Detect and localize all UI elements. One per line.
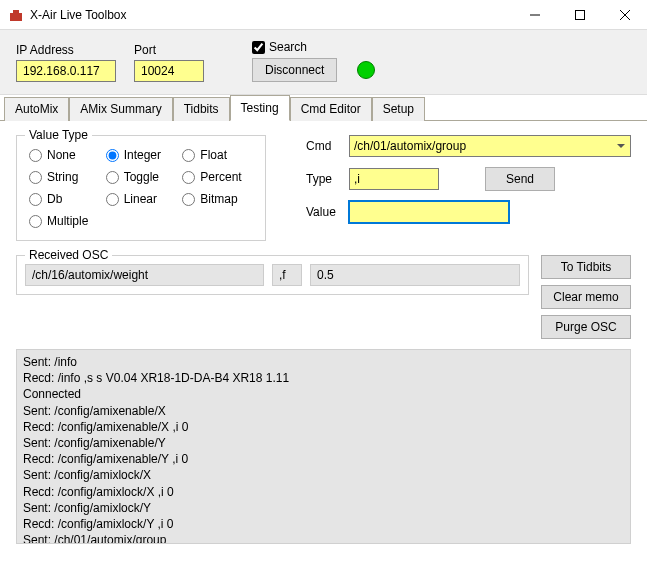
log-line: Sent: /config/amixenable/Y <box>23 435 624 451</box>
received-fields <box>25 264 520 286</box>
port-label: Port <box>134 43 204 57</box>
value-input[interactable] <box>349 201 509 223</box>
cmd-row: Cmd <box>306 135 631 157</box>
log-line: Sent: /config/amixlock/Y <box>23 500 624 516</box>
received-path <box>25 264 264 286</box>
svg-rect-0 <box>10 13 22 21</box>
log-line: Recd: /info ,s s V0.04 XR18-1D-DA-B4 XR1… <box>23 370 624 386</box>
radio-input-integer[interactable] <box>106 149 119 162</box>
search-label: Search <box>269 40 307 54</box>
log-line: Sent: /config/amixlock/X <box>23 467 624 483</box>
radio-input-bitmap[interactable] <box>182 193 195 206</box>
log-line: Recd: /config/amixlock/X ,i 0 <box>23 484 624 500</box>
log-line: Sent: /info <box>23 354 624 370</box>
tab-automix[interactable]: AutoMix <box>4 97 69 121</box>
to-tidbits-button[interactable]: To Tidbits <box>541 255 631 279</box>
svg-rect-3 <box>575 10 584 19</box>
cmd-select-wrap <box>349 135 631 157</box>
radio-none[interactable]: None <box>29 148 100 162</box>
radio-toggle[interactable]: Toggle <box>106 170 177 184</box>
radio-integer[interactable]: Integer <box>106 148 177 162</box>
cmd-panel: Cmd Type Send Value <box>306 135 631 241</box>
radio-db[interactable]: Db <box>29 192 100 206</box>
radio-input-percent[interactable] <box>182 171 195 184</box>
radio-input-string[interactable] <box>29 171 42 184</box>
radio-multiple[interactable]: Multiple <box>29 214 100 228</box>
side-buttons: To Tidbits Clear memo Purge OSC <box>541 255 631 339</box>
disconnect-row: Disconnect <box>252 58 375 82</box>
send-button[interactable]: Send <box>485 167 555 191</box>
radio-input-multiple[interactable] <box>29 215 42 228</box>
type-row: Type Send <box>306 167 631 191</box>
connection-controls: Search Disconnect <box>252 40 375 82</box>
log-line: Sent: /ch/01/automix/group <box>23 532 624 544</box>
tab-testing[interactable]: Testing <box>230 95 290 121</box>
radio-input-none[interactable] <box>29 149 42 162</box>
port-input[interactable] <box>134 60 204 82</box>
close-button[interactable] <box>602 0 647 29</box>
disconnect-button[interactable]: Disconnect <box>252 58 337 82</box>
received-title: Received OSC <box>25 248 112 262</box>
tab-setup[interactable]: Setup <box>372 97 425 121</box>
titlebar: X-Air Live Toolbox <box>0 0 647 30</box>
value-type-group: Value Type NoneIntegerFloatStringToggleP… <box>16 135 266 241</box>
radio-input-toggle[interactable] <box>106 171 119 184</box>
value-type-radio-grid: NoneIntegerFloatStringTogglePercentDbLin… <box>29 148 253 228</box>
testing-row-1: Value Type NoneIntegerFloatStringToggleP… <box>16 135 631 241</box>
received-group: Received OSC <box>16 255 529 295</box>
search-row: Search <box>252 40 375 54</box>
type-label: Type <box>306 172 341 186</box>
ip-label: IP Address <box>16 43 116 57</box>
log-line: Recd: /config/amixenable/X ,i 0 <box>23 419 624 435</box>
received-value <box>310 264 520 286</box>
tab-tidbits[interactable]: Tidbits <box>173 97 230 121</box>
clear-memo-button[interactable]: Clear memo <box>541 285 631 309</box>
tab-content-testing: Value Type NoneIntegerFloatStringToggleP… <box>0 120 647 558</box>
value-row: Value <box>306 201 631 223</box>
value-type-title: Value Type <box>25 128 92 142</box>
log-memo[interactable]: Sent: /infoRecd: /info ,s s V0.04 XR18-1… <box>16 349 631 544</box>
radio-float[interactable]: Float <box>182 148 253 162</box>
radio-input-linear[interactable] <box>106 193 119 206</box>
radio-percent[interactable]: Percent <box>182 170 253 184</box>
cmd-combobox[interactable] <box>349 135 631 157</box>
radio-linear[interactable]: Linear <box>106 192 177 206</box>
log-line: Recd: /config/amixenable/Y ,i 0 <box>23 451 624 467</box>
maximize-button[interactable] <box>557 0 602 29</box>
tab-amix-summary[interactable]: AMix Summary <box>69 97 172 121</box>
window-title: X-Air Live Toolbox <box>30 8 512 22</box>
radio-input-float[interactable] <box>182 149 195 162</box>
type-input[interactable] <box>349 168 439 190</box>
cmd-label: Cmd <box>306 139 341 153</box>
received-type <box>272 264 302 286</box>
received-left: Received OSC <box>16 255 529 339</box>
connection-panel: IP Address Port Search Disconnect <box>0 30 647 95</box>
minimize-button[interactable] <box>512 0 557 29</box>
app-icon <box>8 7 24 23</box>
radio-bitmap[interactable]: Bitmap <box>182 192 253 206</box>
log-line: Connected <box>23 386 624 402</box>
purge-osc-button[interactable]: Purge OSC <box>541 315 631 339</box>
status-indicator-icon <box>357 61 375 79</box>
received-section: Received OSC To Tidbits Clear memo Purge… <box>16 255 631 339</box>
ip-input[interactable] <box>16 60 116 82</box>
search-checkbox[interactable] <box>252 41 265 54</box>
port-field-group: Port <box>134 43 204 82</box>
value-label: Value <box>306 205 341 219</box>
radio-string[interactable]: String <box>29 170 100 184</box>
log-line: Sent: /config/amixenable/X <box>23 403 624 419</box>
log-line: Recd: /config/amixlock/Y ,i 0 <box>23 516 624 532</box>
svg-rect-1 <box>13 10 19 13</box>
ip-field-group: IP Address <box>16 43 116 82</box>
tab-cmd-editor[interactable]: Cmd Editor <box>290 97 372 121</box>
radio-input-db[interactable] <box>29 193 42 206</box>
tab-bar: AutoMixAMix SummaryTidbitsTestingCmd Edi… <box>0 95 647 121</box>
